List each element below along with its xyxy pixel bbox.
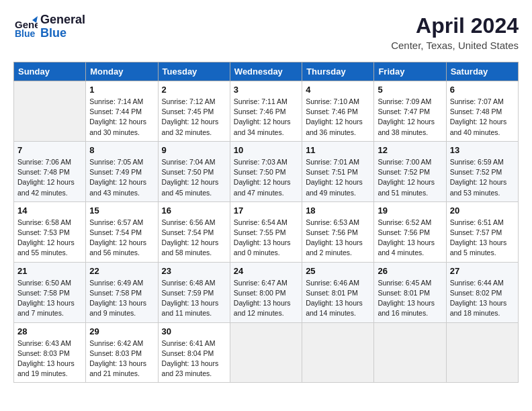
weekday-header: Saturday [446,62,518,81]
day-number: 28 [17,326,82,336]
logo-general: General [40,13,85,27]
calendar-day-cell: 8Sunrise: 7:05 AM Sunset: 7:49 PM Daylig… [86,141,158,201]
day-info: Sunrise: 6:48 AM Sunset: 7:59 PM Dayligh… [162,278,226,319]
calendar-day-cell: 3Sunrise: 7:11 AM Sunset: 7:46 PM Daylig… [230,81,302,142]
day-number: 16 [162,205,226,216]
calendar-week-row: 7Sunrise: 7:06 AM Sunset: 7:48 PM Daylig… [14,141,519,201]
day-info: Sunrise: 7:03 AM Sunset: 7:50 PM Dayligh… [234,157,298,198]
calendar-day-cell: 17Sunrise: 6:54 AM Sunset: 7:55 PM Dayli… [230,201,302,262]
calendar-day-cell: 19Sunrise: 6:52 AM Sunset: 7:56 PM Dayli… [374,201,446,262]
calendar-table: SundayMondayTuesdayWednesdayThursdayFrid… [13,62,519,383]
calendar-day-cell: 9Sunrise: 7:04 AM Sunset: 7:50 PM Daylig… [158,141,230,201]
calendar-day-cell [302,322,374,383]
calendar-day-cell [230,322,302,383]
day-info: Sunrise: 6:42 AM Sunset: 8:03 PM Dayligh… [89,338,154,379]
calendar-day-cell: 22Sunrise: 6:49 AM Sunset: 7:58 PM Dayli… [86,262,158,322]
calendar-day-cell: 16Sunrise: 6:56 AM Sunset: 7:54 PM Dayli… [158,201,230,262]
weekday-header: Tuesday [158,62,230,81]
day-number: 1 [89,85,154,95]
calendar-day-cell: 18Sunrise: 6:53 AM Sunset: 7:56 PM Dayli… [302,201,374,262]
day-number: 18 [306,205,370,216]
calendar-day-cell: 26Sunrise: 6:45 AM Sunset: 8:01 PM Dayli… [374,262,446,322]
day-number: 9 [162,145,226,155]
calendar-day-cell: 12Sunrise: 7:00 AM Sunset: 7:52 PM Dayli… [374,141,446,201]
day-number: 22 [89,266,154,276]
day-number: 11 [306,145,370,155]
calendar-title: April 2024 [391,13,519,38]
day-number: 19 [378,205,442,216]
day-info: Sunrise: 7:04 AM Sunset: 7:50 PM Dayligh… [162,157,226,198]
calendar-day-cell: 1Sunrise: 7:14 AM Sunset: 7:44 PM Daylig… [86,81,158,142]
day-info: Sunrise: 7:11 AM Sunset: 7:46 PM Dayligh… [234,97,298,138]
calendar-week-row: 14Sunrise: 6:58 AM Sunset: 7:53 PM Dayli… [14,201,519,262]
weekday-header-row: SundayMondayTuesdayWednesdayThursdayFrid… [14,62,519,81]
day-info: Sunrise: 6:41 AM Sunset: 8:04 PM Dayligh… [162,338,226,379]
day-number: 14 [17,205,82,216]
day-info: Sunrise: 7:05 AM Sunset: 7:49 PM Dayligh… [89,157,154,198]
calendar-day-cell: 23Sunrise: 6:48 AM Sunset: 7:59 PM Dayli… [158,262,230,322]
day-number: 25 [306,266,370,276]
calendar-day-cell: 30Sunrise: 6:41 AM Sunset: 8:04 PM Dayli… [158,322,230,383]
day-info: Sunrise: 6:44 AM Sunset: 8:02 PM Dayligh… [450,278,515,319]
day-info: Sunrise: 7:00 AM Sunset: 7:52 PM Dayligh… [378,157,442,198]
day-number: 2 [162,85,226,95]
day-info: Sunrise: 6:56 AM Sunset: 7:54 PM Dayligh… [162,218,226,259]
day-number: 13 [450,145,515,155]
calendar-day-cell: 27Sunrise: 6:44 AM Sunset: 8:02 PM Dayli… [446,262,518,322]
day-info: Sunrise: 7:09 AM Sunset: 7:47 PM Dayligh… [378,97,442,138]
day-number: 12 [378,145,442,155]
day-number: 26 [378,266,442,276]
calendar-day-cell: 25Sunrise: 6:46 AM Sunset: 8:01 PM Dayli… [302,262,374,322]
calendar-day-cell [374,322,446,383]
day-number: 20 [450,205,515,216]
day-info: Sunrise: 6:53 AM Sunset: 7:56 PM Dayligh… [306,218,370,259]
day-info: Sunrise: 6:45 AM Sunset: 8:01 PM Dayligh… [378,278,442,319]
title-block: April 2024 Center, Texas, United States [391,13,519,51]
calendar-day-cell: 5Sunrise: 7:09 AM Sunset: 7:47 PM Daylig… [374,81,446,142]
calendar-subtitle: Center, Texas, United States [391,40,519,51]
day-number: 24 [234,266,298,276]
day-info: Sunrise: 7:06 AM Sunset: 7:48 PM Dayligh… [17,157,82,198]
day-number: 23 [162,266,226,276]
calendar-day-cell: 6Sunrise: 7:07 AM Sunset: 7:48 PM Daylig… [446,81,518,142]
calendar-day-cell: 15Sunrise: 6:57 AM Sunset: 7:54 PM Dayli… [86,201,158,262]
day-number: 8 [89,145,154,155]
weekday-header: Thursday [302,62,374,81]
day-info: Sunrise: 7:14 AM Sunset: 7:44 PM Dayligh… [89,97,154,138]
day-number: 7 [17,145,82,155]
day-number: 29 [89,326,154,336]
day-number: 4 [306,85,370,95]
weekday-header: Sunday [14,62,86,81]
day-info: Sunrise: 6:43 AM Sunset: 8:03 PM Dayligh… [17,338,82,379]
logo-icon: General Blue [13,15,38,39]
day-info: Sunrise: 6:57 AM Sunset: 7:54 PM Dayligh… [89,218,154,259]
logo-blue: Blue [40,27,85,40]
weekday-header: Wednesday [230,62,302,81]
day-info: Sunrise: 6:54 AM Sunset: 7:55 PM Dayligh… [234,218,298,259]
calendar-day-cell: 7Sunrise: 7:06 AM Sunset: 7:48 PM Daylig… [14,141,86,201]
svg-text:Blue: Blue [15,28,36,39]
calendar-day-cell: 4Sunrise: 7:10 AM Sunset: 7:46 PM Daylig… [302,81,374,142]
calendar-day-cell: 29Sunrise: 6:42 AM Sunset: 8:03 PM Dayli… [86,322,158,383]
day-number: 21 [17,266,82,276]
day-number: 27 [450,266,515,276]
calendar-day-cell: 2Sunrise: 7:12 AM Sunset: 7:45 PM Daylig… [158,81,230,142]
day-info: Sunrise: 7:01 AM Sunset: 7:51 PM Dayligh… [306,157,370,198]
calendar-day-cell: 20Sunrise: 6:51 AM Sunset: 7:57 PM Dayli… [446,201,518,262]
calendar-day-cell: 13Sunrise: 6:59 AM Sunset: 7:52 PM Dayli… [446,141,518,201]
calendar-day-cell: 24Sunrise: 6:47 AM Sunset: 8:00 PM Dayli… [230,262,302,322]
day-info: Sunrise: 6:47 AM Sunset: 8:00 PM Dayligh… [234,278,298,319]
calendar-week-row: 28Sunrise: 6:43 AM Sunset: 8:03 PM Dayli… [14,322,519,383]
day-info: Sunrise: 6:59 AM Sunset: 7:52 PM Dayligh… [450,157,515,198]
calendar-week-row: 1Sunrise: 7:14 AM Sunset: 7:44 PM Daylig… [14,81,519,142]
day-info: Sunrise: 6:58 AM Sunset: 7:53 PM Dayligh… [17,218,82,259]
day-info: Sunrise: 6:49 AM Sunset: 7:58 PM Dayligh… [89,278,154,319]
day-number: 3 [234,85,298,95]
calendar-day-cell: 14Sunrise: 6:58 AM Sunset: 7:53 PM Dayli… [14,201,86,262]
day-info: Sunrise: 7:12 AM Sunset: 7:45 PM Dayligh… [162,97,226,138]
day-info: Sunrise: 6:51 AM Sunset: 7:57 PM Dayligh… [450,218,515,259]
logo: General Blue General Blue [13,13,85,40]
day-number: 15 [89,205,154,216]
calendar-day-cell: 10Sunrise: 7:03 AM Sunset: 7:50 PM Dayli… [230,141,302,201]
day-number: 10 [234,145,298,155]
